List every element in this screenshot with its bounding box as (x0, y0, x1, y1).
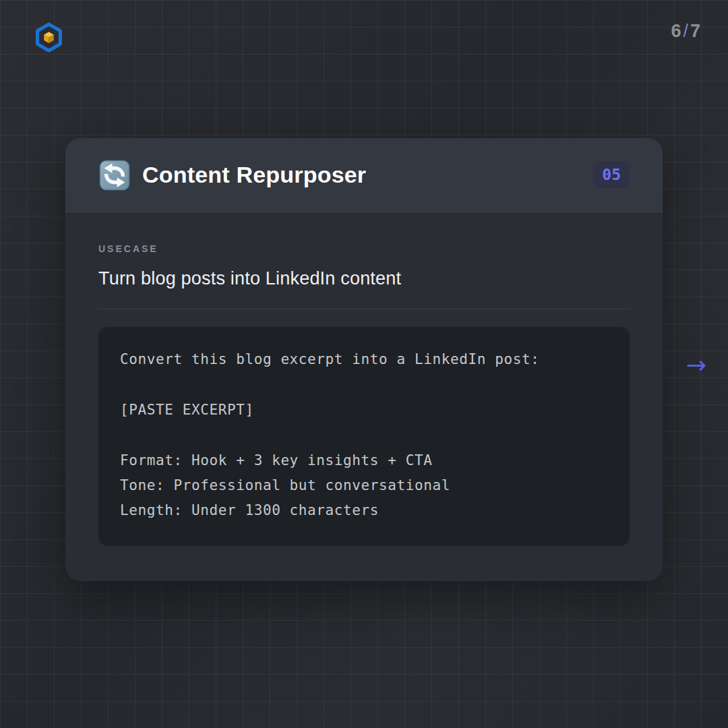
slide-counter-separator: / (682, 21, 690, 41)
slide-canvas: 6/7 (0, 0, 728, 728)
card-title: Content Repurposer (142, 162, 593, 188)
card-header: Content Repurposer 05 (65, 138, 663, 212)
slide-counter-current: 6 (671, 21, 682, 41)
hexagon-cube-logo-icon (33, 22, 65, 53)
repurpose-arrows-icon (98, 159, 131, 191)
next-arrow-icon[interactable]: → (686, 353, 706, 377)
prompt-code-block: Convert this blog excerpt into a LinkedI… (98, 327, 630, 546)
card-number-badge: 05 (593, 162, 630, 188)
slide-counter: 6/7 (671, 21, 702, 42)
content-card: Content Repurposer 05 USECASE Turn blog … (65, 138, 663, 581)
divider (98, 309, 630, 309)
slide-counter-total: 7 (690, 21, 702, 41)
card-body: USECASE Turn blog posts into LinkedIn co… (65, 212, 663, 546)
usecase-eyebrow-label: USECASE (98, 243, 630, 254)
prompt-text: Convert this blog excerpt into a LinkedI… (120, 347, 608, 524)
usecase-heading: Turn blog posts into LinkedIn content (98, 268, 630, 289)
